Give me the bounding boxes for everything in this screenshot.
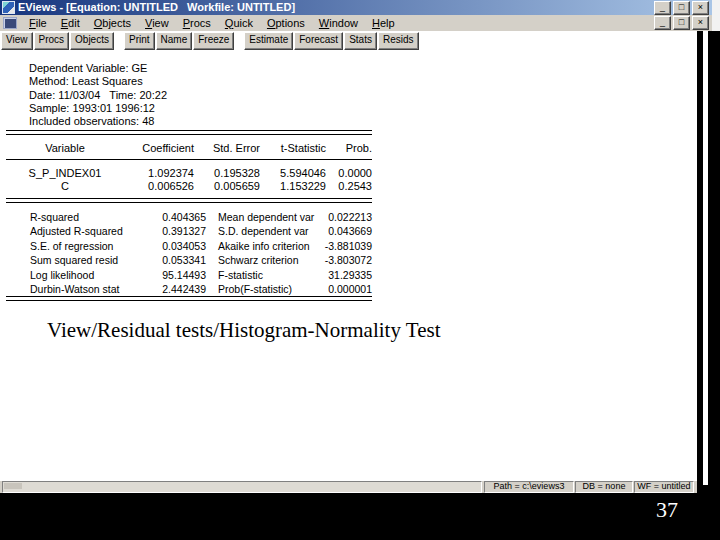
column-header: Prob. bbox=[330, 142, 372, 154]
command-input-area[interactable] bbox=[2, 481, 482, 493]
menu-procs[interactable]: Procs bbox=[176, 16, 218, 31]
date-time-line: Date: 11/03/04 Time: 20:22 bbox=[29, 89, 167, 101]
stats-row: Sum squared resid 0.053341 Schwarz crite… bbox=[6, 254, 372, 267]
observations-line: Included observations: 48 bbox=[29, 115, 154, 127]
column-header: t-Statistic bbox=[264, 142, 326, 154]
menu-objects[interactable]: Objects bbox=[87, 16, 138, 31]
t-statistic-cell: 5.594046 bbox=[264, 167, 326, 179]
stat-value: -3.803072 bbox=[294, 254, 372, 266]
right-black-strip bbox=[697, 31, 720, 493]
slide-caption: View/Residual tests/Histogram-Normality … bbox=[47, 318, 441, 343]
prob-cell: 0.2543 bbox=[330, 180, 372, 192]
stats-button[interactable]: Stats bbox=[344, 32, 377, 50]
dependent-variable-line: Dependent Variable: GE bbox=[29, 62, 147, 74]
page-number: 37 bbox=[656, 497, 678, 523]
variable-cell: C bbox=[6, 180, 124, 192]
child-minimize-icon[interactable]: _ bbox=[654, 16, 671, 30]
t-statistic-cell: 1.153229 bbox=[264, 180, 326, 192]
table-rule bbox=[6, 159, 372, 160]
menu-edit[interactable]: Edit bbox=[54, 16, 87, 31]
stats-row: S.E. of regression 0.034053 Akaike info … bbox=[6, 240, 372, 253]
status-path-panel: Path = c:\eviews3 bbox=[484, 481, 574, 493]
column-header: Std. Error bbox=[198, 142, 260, 154]
menu-file[interactable]: File bbox=[22, 16, 54, 31]
stat-value: 95.14493 bbox=[134, 269, 206, 281]
coefficient-cell: 0.006526 bbox=[124, 180, 194, 192]
status-db-panel: DB = none bbox=[575, 481, 633, 493]
stats-row: Durbin-Watson stat 2.442439 Prob(F-stati… bbox=[6, 283, 372, 296]
eviews-app-icon[interactable] bbox=[2, 1, 15, 14]
title-bar: EViews - [Equation: UNTITLED Workfile: U… bbox=[0, 0, 712, 15]
close-icon[interactable]: × bbox=[692, 1, 709, 15]
stat-value: 0.043669 bbox=[294, 225, 372, 237]
method-line: Method: Least Squares bbox=[29, 75, 143, 87]
slide-bottom-band bbox=[0, 493, 720, 540]
stat-value: -3.881039 bbox=[294, 240, 372, 252]
estimate-button[interactable]: Estimate bbox=[244, 32, 293, 50]
stat-value: 31.29335 bbox=[294, 269, 372, 281]
menu-quick[interactable]: Quick bbox=[218, 16, 260, 31]
restore-icon[interactable]: □ bbox=[673, 1, 690, 15]
stats-row: Adjusted R-squared 0.391327 S.D. depende… bbox=[6, 225, 372, 238]
child-close-icon[interactable]: × bbox=[692, 16, 709, 30]
minimize-icon[interactable]: _ bbox=[654, 1, 671, 15]
forecast-button[interactable]: Forecast bbox=[294, 32, 343, 50]
status-wf-panel: WF = untitled bbox=[634, 481, 694, 493]
coef-table-header: Variable Coefficient Std. Error t-Statis… bbox=[6, 142, 372, 155]
name-button[interactable]: Name bbox=[156, 32, 193, 50]
stat-value: 0.053341 bbox=[134, 254, 206, 266]
window-controls: _ □ × bbox=[654, 1, 712, 15]
stat-value: 0.000001 bbox=[294, 283, 372, 295]
view-button[interactable]: View bbox=[1, 32, 33, 50]
menu-bar: File Edit Objects View Procs Quick Optio… bbox=[0, 15, 712, 31]
window-title: EViews - [Equation: UNTITLED Workfile: U… bbox=[18, 0, 295, 15]
equation-toolbar: View Procs Objects Print Name Freeze Est… bbox=[0, 31, 697, 51]
menu-window[interactable]: Window bbox=[312, 16, 365, 31]
resids-button[interactable]: Resids bbox=[378, 32, 419, 50]
table-rule bbox=[6, 198, 372, 203]
coefficient-cell: 1.092374 bbox=[124, 167, 194, 179]
menu-view[interactable]: View bbox=[138, 16, 176, 31]
stat-value: 0.391327 bbox=[134, 225, 206, 237]
stat-value: 0.034053 bbox=[134, 240, 206, 252]
table-row: S_P_INDEX01 1.092374 0.195328 5.594046 0… bbox=[6, 167, 372, 180]
table-row: C 0.006526 0.005659 1.153229 0.2543 bbox=[6, 180, 372, 193]
print-button[interactable]: Print bbox=[124, 32, 155, 50]
column-header: Variable bbox=[6, 142, 124, 154]
command-area-chip bbox=[4, 483, 22, 489]
menu-options[interactable]: Options bbox=[260, 16, 312, 31]
table-rule bbox=[6, 130, 372, 135]
variable-cell: S_P_INDEX01 bbox=[6, 167, 124, 179]
sample-line: Sample: 1993:01 1996:12 bbox=[29, 102, 155, 114]
objects-button[interactable]: Objects bbox=[70, 32, 114, 50]
table-rule bbox=[6, 296, 372, 301]
right-edge-artifact bbox=[703, 31, 708, 485]
child-restore-icon[interactable]: □ bbox=[673, 16, 690, 30]
std-error-cell: 0.195328 bbox=[198, 167, 260, 179]
freeze-button[interactable]: Freeze bbox=[193, 32, 234, 50]
child-window-icon[interactable] bbox=[3, 17, 17, 29]
stat-value: 2.442439 bbox=[134, 283, 206, 295]
stats-row: R-squared 0.404365 Mean dependent var 0.… bbox=[6, 211, 372, 224]
column-header: Coefficient bbox=[124, 142, 194, 154]
menu-help[interactable]: Help bbox=[365, 16, 402, 31]
child-window-controls: _ □ × bbox=[654, 16, 712, 30]
slide: EViews - [Equation: UNTITLED Workfile: U… bbox=[0, 0, 720, 540]
std-error-cell: 0.005659 bbox=[198, 180, 260, 192]
procs-button[interactable]: Procs bbox=[34, 32, 70, 50]
top-right-sliver bbox=[712, 0, 720, 31]
prob-cell: 0.0000 bbox=[330, 167, 372, 179]
stats-row: Log likelihood 95.14493 F-statistic 31.2… bbox=[6, 269, 372, 282]
stat-value: 0.404365 bbox=[134, 211, 206, 223]
stat-value: 0.022213 bbox=[294, 211, 372, 223]
